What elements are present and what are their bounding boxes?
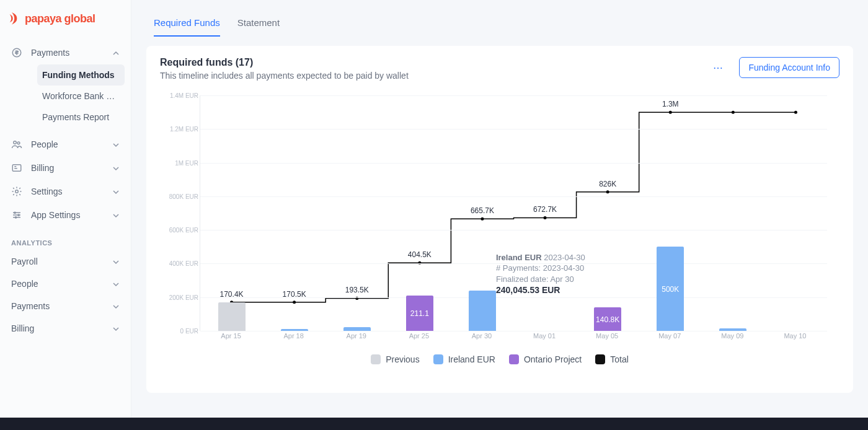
svg-point-1 [14,141,17,144]
chevron-down-icon [112,211,120,219]
chevron-down-icon [112,258,120,265]
svg-point-16 [732,111,735,114]
sidebar-item-payments[interactable]: Payments [6,41,125,64]
sidebar-sub-workforce-bank[interactable]: Workforce Bank Deta... [37,86,125,107]
x-axis: Apr 15Apr 18Apr 19Apr 25Apr 30May 01May … [200,331,827,343]
svg-point-13 [544,216,547,219]
footer-bar [0,418,868,430]
timeline-chart: 0 EUR200K EUR400K EUR600K EUR800K EUR1M … [160,95,839,343]
analytics-item-billing[interactable]: Billing [0,317,131,340]
sidebar-item-label: Payments [31,48,69,58]
sidebar: Payments Funding Methods Workforce Bank … [0,0,131,418]
billing-icon [11,162,22,173]
card-title: Required funds (17) [160,57,409,68]
sidebar-item-label: Billing [31,163,54,173]
brand-logo: papaya global [9,11,95,26]
svg-point-12 [480,217,484,221]
tab-required-funds[interactable]: Required Funds [154,12,220,37]
legend-item[interactable]: Total [595,354,629,364]
legend-item[interactable]: Previous [371,354,419,364]
people-icon [11,139,22,150]
funding-account-info-button[interactable]: Funding Account Info [739,57,839,78]
main-content: Required Funds Statement Required funds … [131,0,868,418]
analytics-item-people[interactable]: People [0,273,131,295]
gear-icon [11,186,22,197]
chart-legend: PreviousIreland EUROntario ProjectTotal [160,354,839,364]
sidebar-item-people[interactable]: People [6,133,125,156]
chevron-down-icon [112,325,120,332]
brand-name: papaya global [25,12,95,25]
chevron-down-icon [112,188,120,195]
analytics-item-payments[interactable]: Payments [0,295,131,317]
chevron-down-icon [112,280,120,287]
legend-item[interactable]: Ontario Project [509,354,582,364]
chart-plot-area: Ireland EUR 2023-04-30 # Payments: 2023-… [200,95,827,331]
svg-point-4 [16,190,19,193]
chevron-down-icon [112,302,120,310]
chevron-down-icon [112,141,120,148]
svg-point-6 [18,214,19,216]
svg-point-5 [14,212,16,213]
sidebar-item-label: App Settings [31,210,80,220]
svg-point-17 [794,111,797,114]
svg-point-14 [606,190,609,193]
sidebar-item-label: People [31,139,58,149]
required-funds-card: Required funds (17) This timeline includ… [146,46,853,393]
sidebar-sub-funding-methods[interactable]: Funding Methods [37,64,125,86]
svg-point-2 [17,142,20,144]
analytics-section-label: ANALYTICS [0,229,131,250]
legend-item[interactable]: Ireland EUR [433,354,495,364]
sidebar-sub-payments-report[interactable]: Payments Report [37,107,125,128]
sidebar-item-settings[interactable]: Settings [6,180,125,203]
chevron-down-icon [112,164,120,172]
svg-point-9 [293,301,296,304]
tab-bar: Required Funds Statement [146,0,853,37]
sidebar-item-label: Settings [31,186,63,196]
chevron-up-icon [112,49,120,56]
svg-point-15 [669,111,672,114]
card-subtitle: This timeline includes all payments expe… [160,71,409,81]
payments-icon [11,47,22,58]
logo-icon [9,11,21,26]
y-axis: 0 EUR200K EUR400K EUR600K EUR800K EUR1M … [160,95,198,331]
tab-statement[interactable]: Statement [237,12,280,37]
sidebar-item-billing[interactable]: Billing [6,156,125,180]
sidebar-item-app-settings[interactable]: App Settings [6,203,125,227]
svg-point-7 [15,217,16,218]
sliders-icon [11,209,22,221]
analytics-item-payroll[interactable]: Payroll [0,250,131,273]
